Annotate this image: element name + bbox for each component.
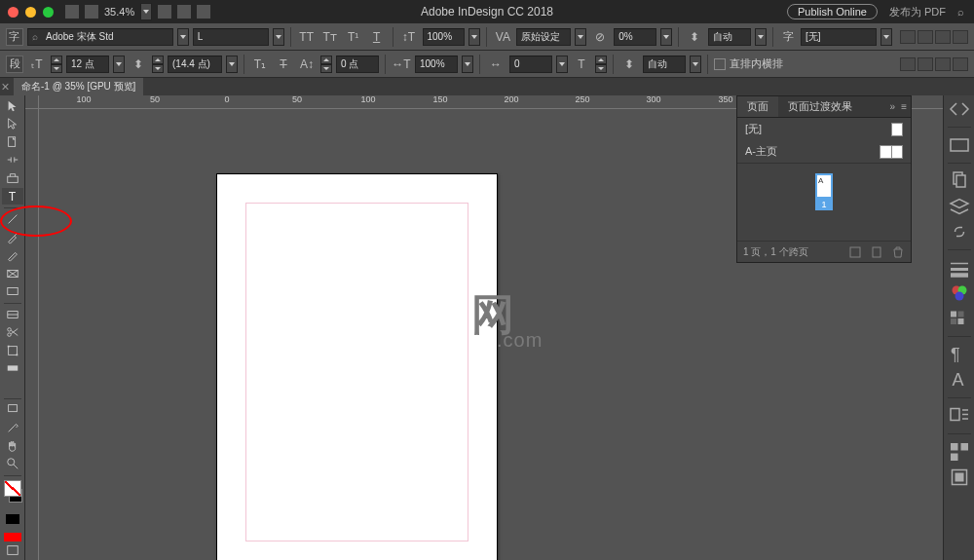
tracking-field-2[interactable]: 0 — [509, 56, 552, 73]
stroke-dock-icon[interactable] — [948, 258, 971, 278]
minimize-window-button[interactable] — [25, 7, 36, 18]
kerning-field[interactable]: 原始设定 — [516, 28, 571, 46]
arrange-icon[interactable] — [197, 5, 210, 19]
align-right-button[interactable] — [935, 30, 951, 44]
document-tab[interactable]: 命名-1 @ 35% [GPU 预览] — [14, 78, 143, 95]
auto-dropdown-1[interactable] — [755, 28, 767, 46]
leading-stepper[interactable] — [152, 56, 164, 73]
underline-icon[interactable]: T — [367, 28, 387, 46]
para-panel-toggle[interactable]: 段 — [6, 56, 23, 73]
pencil-tool[interactable] — [2, 246, 23, 264]
gap-tool[interactable] — [2, 152, 23, 169]
object-styles-dock-icon[interactable] — [948, 467, 971, 487]
canvas-area[interactable]: 10050050100150200250300350400 网 .com 页面 … — [25, 95, 943, 560]
tatechuyoko-checkbox[interactable]: 直排内横排 — [714, 56, 783, 71]
master-none-row[interactable]: [无] — [737, 118, 911, 140]
justify-left-button[interactable] — [900, 57, 916, 71]
subscript-icon[interactable]: T₁ — [250, 56, 270, 73]
note-tool[interactable] — [2, 401, 23, 419]
font-size-dropdown[interactable] — [113, 56, 125, 73]
pdf-menu[interactable]: 发布为 PDF — [889, 5, 946, 19]
tracking-field[interactable]: 0% — [614, 28, 656, 46]
tab-close-button[interactable] — [2, 83, 10, 91]
dock-expand-icon[interactable] — [948, 99, 971, 119]
view-options-icon[interactable] — [158, 5, 171, 19]
screen-mode-icon[interactable] — [177, 5, 191, 19]
selection-tool[interactable] — [2, 97, 23, 115]
document-page[interactable] — [216, 173, 498, 560]
char-style-dropdown[interactable] — [880, 28, 892, 46]
links-dock-icon[interactable] — [948, 222, 971, 242]
ruler-origin[interactable] — [25, 95, 39, 109]
align-center-button[interactable] — [918, 30, 933, 44]
bridge-icon[interactable] — [85, 5, 98, 19]
maximize-window-button[interactable] — [43, 7, 54, 18]
color-dock-icon[interactable] — [948, 283, 971, 303]
horiz-scale-field[interactable]: 100% — [423, 28, 466, 46]
line-tool[interactable] — [2, 210, 23, 228]
panel-collapse-icon[interactable]: » — [890, 101, 896, 112]
close-window-button[interactable] — [8, 7, 19, 18]
leading-dropdown[interactable] — [226, 56, 238, 73]
help-search-icon[interactable]: ⌕ — [957, 6, 964, 18]
type-tool[interactable]: T — [2, 188, 23, 205]
vert-scale-dropdown[interactable] — [462, 56, 473, 73]
kerning-dropdown[interactable] — [575, 28, 586, 46]
vertical-ruler[interactable] — [25, 95, 39, 560]
horizontal-grid-tool[interactable] — [2, 306, 23, 323]
rectangle-tool[interactable] — [2, 282, 23, 300]
gradient-swatch-tool[interactable] — [2, 360, 23, 378]
character-styles-dock-icon[interactable]: A — [948, 370, 971, 390]
zoom-dropdown[interactable] — [140, 3, 152, 20]
direct-selection-tool[interactable] — [2, 116, 23, 133]
zoom-tool[interactable] — [2, 455, 23, 472]
baseline-field[interactable]: 0 点 — [336, 56, 379, 73]
font-family-dropdown[interactable] — [177, 28, 189, 46]
auto-field-2[interactable]: 自动 — [643, 56, 686, 73]
auto-dropdown-2[interactable] — [690, 56, 701, 73]
view-mode-button[interactable] — [2, 541, 23, 559]
justify-right-button[interactable] — [935, 57, 951, 71]
paragraph-styles-dock-icon[interactable]: ¶ — [948, 345, 971, 364]
leading-field[interactable]: (14.4 点) — [168, 56, 222, 73]
delete-page-icon[interactable] — [891, 245, 905, 259]
all-caps-icon[interactable]: TT — [297, 28, 317, 46]
baseline-stepper[interactable] — [320, 56, 332, 73]
eyedropper-tool[interactable] — [2, 419, 23, 436]
apply-color-button[interactable] — [2, 510, 23, 528]
edit-page-size-icon[interactable] — [848, 245, 862, 259]
fill-swatch[interactable] — [4, 480, 21, 498]
content-collector-tool[interactable] — [2, 169, 23, 187]
tracking-dropdown[interactable] — [660, 28, 672, 46]
panel-menu-icon[interactable]: ≡ — [901, 101, 907, 112]
justify-center-button[interactable] — [918, 57, 933, 71]
skew-stepper[interactable] — [595, 56, 607, 73]
char-panel-toggle[interactable]: 字 — [6, 28, 23, 46]
pages-tab[interactable]: 页面 — [737, 96, 778, 117]
vert-scale-field[interactable]: 100% — [415, 56, 458, 73]
font-style-field[interactable]: L — [193, 28, 269, 46]
scissors-tool[interactable] — [2, 324, 23, 342]
superscript-icon[interactable]: T¹ — [344, 28, 363, 46]
hand-tool[interactable] — [2, 437, 23, 455]
small-caps-icon[interactable]: Tᴛ — [320, 28, 340, 46]
pages-dock-icon[interactable] — [948, 171, 971, 191]
pen-tool[interactable] — [2, 229, 23, 246]
page-transitions-tab[interactable]: 页面过渡效果 — [778, 96, 862, 117]
justify-all-button[interactable] — [953, 57, 968, 71]
align-justify-button[interactable] — [953, 30, 968, 44]
char-style-field[interactable]: [无] — [801, 28, 877, 46]
layers-dock-icon[interactable] — [948, 197, 971, 216]
zoom-display[interactable]: 35.4% — [104, 6, 134, 18]
page-tool[interactable] — [2, 133, 23, 151]
free-transform-tool[interactable] — [2, 342, 23, 359]
publish-online-button[interactable]: Publish Online — [787, 4, 878, 19]
swatches-dock-icon[interactable] — [948, 309, 971, 328]
gradient-feather-tool[interactable] — [2, 378, 23, 395]
strikethrough-icon[interactable]: T — [274, 56, 293, 73]
cc-libraries-icon[interactable] — [948, 135, 971, 155]
font-style-dropdown[interactable] — [273, 28, 284, 46]
auto-field-1[interactable]: 自动 — [708, 28, 751, 46]
master-a-row[interactable]: A-主页 — [737, 140, 911, 163]
horiz-scale-dropdown[interactable] — [468, 28, 480, 46]
